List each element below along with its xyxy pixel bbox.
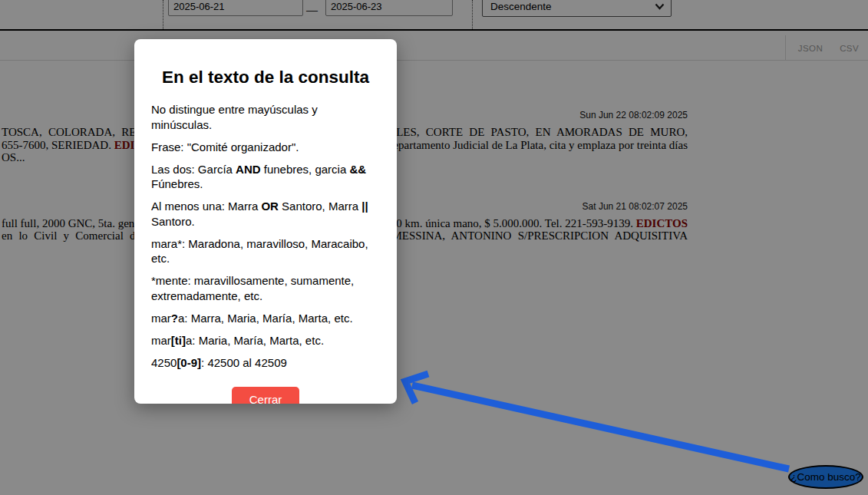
modal-backdrop[interactable]: [0, 0, 868, 495]
close-button[interactable]: Cerrar: [232, 387, 300, 404]
modal-paragraph: mar[ti]a: Maria, María, Marta, etc.: [151, 333, 380, 348]
modal-paragraph: mar?a: Marra, Maria, María, Marta, etc.: [151, 311, 380, 326]
search-help-modal: En el texto de la consulta No distingue …: [134, 39, 397, 404]
how-to-search-label: ¿Como busco?: [790, 471, 861, 483]
modal-paragraph: No distingue entre mayúsculas y minúscul…: [151, 102, 380, 132]
modal-paragraph: mara*: Maradona, maravilloso, Maracaibo,…: [151, 236, 380, 266]
modal-body: No distingue entre mayúsculas y minúscul…: [151, 102, 380, 370]
modal-title: En el texto de la consulta: [151, 68, 380, 87]
modal-paragraph: *mente: maravillosamente, sumamente, ext…: [151, 273, 380, 303]
modal-paragraph: Frase: "Comité organizador".: [151, 140, 380, 155]
modal-footer: Cerrar: [151, 387, 380, 404]
modal-paragraph: Las dos: García AND funebres, garcia && …: [151, 162, 380, 192]
how-to-search-button[interactable]: ¿Como busco?: [788, 465, 863, 489]
modal-paragraph: Al menos una: Marra OR Santoro, Marra ||…: [151, 199, 380, 229]
modal-paragraph: 4250[0-9]: 42500 al 42509: [151, 355, 380, 371]
